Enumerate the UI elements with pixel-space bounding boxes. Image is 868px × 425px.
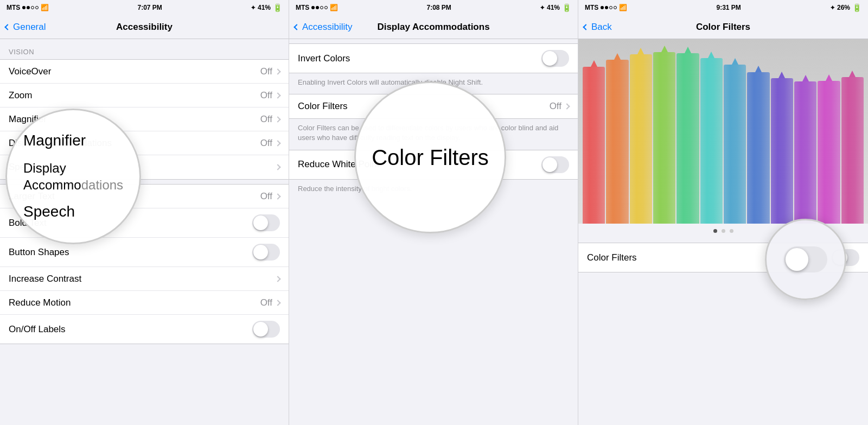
pencil-8 (771, 78, 793, 224)
time-2: 7:08 PM (426, 4, 451, 11)
chevron-right-icon (275, 140, 280, 146)
signal-dots-2 (311, 6, 328, 9)
carrier-2: MTS (296, 4, 309, 11)
signal-dots-1 (22, 6, 39, 9)
signal-dot (311, 6, 315, 9)
signal-dot (316, 6, 319, 9)
pencil-9 (794, 81, 816, 224)
row-right-larger-text: Off (260, 191, 280, 202)
row-invert-colors[interactable]: Invert Colors (289, 44, 578, 73)
pencil-3 (653, 52, 675, 224)
back-button-3[interactable]: Back (584, 22, 612, 33)
signal-dot (609, 6, 612, 9)
pencil-6 (724, 65, 746, 224)
back-button-2[interactable]: Accessibility (295, 22, 353, 33)
row-label-onoff-labels: On/Off Labels (9, 324, 66, 335)
big-toggle-overlay (765, 219, 846, 300)
pencil-7 (747, 72, 769, 224)
panel-display-accommodations: MTS 📶 7:08 PM ✦ 41% 🔋 Accessibility Disp… (289, 0, 578, 425)
chevron-left-icon-3 (583, 24, 589, 30)
status-bar-1: MTS 📶 7:07 PM ✦ 41% 🔋 (0, 0, 289, 15)
wifi-icon-3: 📶 (619, 4, 627, 11)
status-right-1: ✦ 41% 🔋 (251, 3, 282, 12)
battery-icon-2: 🔋 (562, 3, 571, 12)
carrier-1: MTS (7, 4, 20, 11)
big-toggle-thumb (786, 248, 808, 271)
row-label-reduce-motion: Reduce Motion (9, 297, 71, 308)
row-voiceover[interactable]: VoiceOver Off (0, 60, 289, 84)
row-onoff-labels[interactable]: On/Off Labels (0, 315, 289, 344)
nav-title-1: Accessibility (116, 22, 173, 33)
chevron-right-icon (275, 300, 280, 306)
bluetooth-icon-2: ✦ (540, 4, 545, 11)
pencil-2 (630, 54, 652, 224)
magnifier-item-1: Magnifier (23, 126, 86, 155)
back-button-1[interactable]: General (5, 22, 46, 33)
status-left-2: MTS 📶 (296, 4, 338, 11)
button-shapes-toggle[interactable] (252, 244, 280, 261)
signal-dot (27, 6, 30, 9)
status-right-3: ✦ 26% 🔋 (830, 3, 861, 12)
cf-toggle-label: Color Filters (587, 252, 637, 263)
page-dot-1 (713, 229, 717, 233)
row-right-zoom: Off (260, 90, 280, 101)
toggle-thumb (253, 245, 268, 259)
big-toggle[interactable] (784, 246, 827, 272)
toggle-thumb (253, 322, 268, 337)
chevron-right-icon (275, 92, 280, 98)
battery-pct-2: 41% (547, 4, 560, 11)
back-label-3: Back (591, 22, 612, 33)
chevron-left-icon-2 (293, 24, 299, 30)
chevron-left-icon-1 (4, 24, 10, 30)
row-value-reduce-motion: Off (260, 297, 272, 308)
chevron-right-icon (275, 164, 280, 170)
page-dot-2 (722, 229, 725, 233)
row-increase-contrast[interactable]: Increase Contrast (0, 267, 289, 291)
magnifier-circle: Magnifier Display Accommodations Speech (5, 109, 141, 244)
signal-dot (324, 6, 328, 9)
battery-icon-1: 🔋 (273, 3, 282, 12)
pencils-container (578, 39, 868, 224)
status-bar-2: MTS 📶 7:08 PM ✦ 41% 🔋 (289, 0, 578, 15)
status-left-1: MTS 📶 (7, 4, 49, 11)
toggle-thumb (253, 215, 268, 230)
bold-text-toggle[interactable] (252, 214, 280, 231)
chevron-right-icon (275, 193, 280, 199)
status-right-2: ✦ 41% 🔋 (540, 3, 571, 12)
row-reduce-motion[interactable]: Reduce Motion Off (0, 291, 289, 315)
pencil-5 (700, 58, 723, 224)
signal-dot (614, 6, 617, 9)
row-right-speech (276, 165, 280, 169)
bluetooth-icon-3: ✦ (830, 4, 835, 11)
back-label-1: General (13, 22, 46, 33)
nav-bar-3: Back Color Filters (578, 15, 868, 39)
row-zoom[interactable]: Zoom Off (0, 84, 289, 107)
row-right-reduce-motion: Off (260, 297, 280, 308)
onoff-toggle[interactable] (252, 321, 280, 338)
bluetooth-icon: ✦ (251, 4, 256, 11)
row-right-voiceover: Off (260, 66, 280, 77)
invert-colors-toggle[interactable] (541, 50, 569, 67)
row-label-increase-contrast: Increase Contrast (9, 274, 81, 284)
row-right-increase-contrast (276, 277, 280, 281)
chevron-right-icon (275, 276, 280, 282)
status-bar-3: MTS 📶 9:31 PM ✦ 26% 🔋 (578, 0, 868, 15)
row-label-button-shapes: Button Shapes (9, 247, 69, 258)
row-label-voiceover: VoiceOver (9, 66, 51, 77)
reduce-white-point-toggle[interactable] (541, 156, 569, 173)
row-value-magnifier: Off (260, 114, 272, 125)
page-dot-3 (730, 229, 733, 233)
time-1: 7:07 PM (137, 4, 162, 11)
nav-bar-1: General Accessibility (0, 15, 289, 39)
pencils-area (578, 39, 868, 224)
section-header-vision: VISION (0, 39, 289, 59)
panel-color-filters: MTS 📶 9:31 PM ✦ 26% 🔋 Back Color Filters (578, 0, 868, 425)
signal-dot (35, 6, 39, 9)
row-button-shapes[interactable]: Button Shapes (0, 238, 289, 267)
row-value-voiceover: Off (260, 66, 272, 77)
status-left-3: MTS 📶 (585, 4, 627, 11)
row-right-magnifier: Off (260, 114, 280, 125)
nav-title-3: Color Filters (696, 22, 750, 33)
wifi-icon: 📶 (41, 4, 49, 11)
signal-dot (320, 6, 323, 9)
